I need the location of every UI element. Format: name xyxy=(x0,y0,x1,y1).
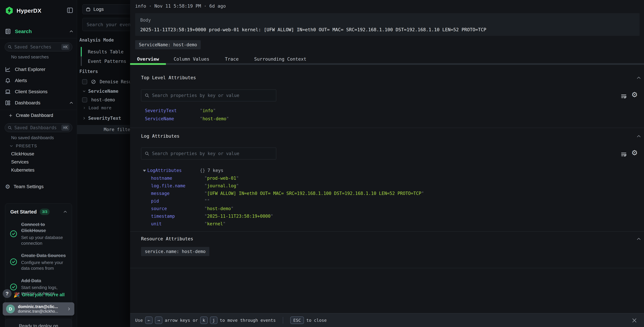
saved-dashboards-input[interactable] xyxy=(14,125,59,130)
attribute-key[interactable]: unit xyxy=(151,221,204,226)
attribute-value[interactable]: kernel xyxy=(204,221,226,226)
event-search-input[interactable] xyxy=(87,22,134,27)
attribute-row[interactable]: message [UFW ALLOW] IN=eth0 OUT= MAC= SR… xyxy=(151,191,639,196)
log-attrs-search-input[interactable] xyxy=(152,151,273,156)
kbd-esc: ESC xyxy=(290,316,304,324)
resource-tag-chip[interactable]: service.name: host-demo xyxy=(141,247,209,256)
attribute-row[interactable]: hostname prod-web-01 xyxy=(151,176,639,181)
attribute-key[interactable]: SeverityText xyxy=(145,108,200,113)
chevron-down-icon xyxy=(10,144,13,148)
log-attributes-root-row[interactable]: LogAttributes {} 7 keys xyxy=(143,168,223,173)
get-started-title: Get Started xyxy=(10,209,37,215)
denoise-results-filter[interactable]: Denoise Resul xyxy=(82,77,134,86)
attribute-value[interactable]: journal.log xyxy=(204,183,239,188)
source-selector-button[interactable]: Logs xyxy=(82,4,138,14)
tab-column-values[interactable]: Column Values xyxy=(166,56,217,63)
attribute-row[interactable]: ServiceName host-demo xyxy=(145,116,229,121)
filter-group-severitytext[interactable]: SeverityText xyxy=(82,116,121,121)
attribute-key[interactable]: hostname xyxy=(151,176,204,181)
log-attrs-search-box[interactable] xyxy=(141,148,276,160)
step-desc: Set up your database connection xyxy=(21,235,68,246)
chevron-up-icon[interactable] xyxy=(69,101,74,105)
collapse-sidebar-icon[interactable] xyxy=(66,7,74,14)
load-more-button[interactable]: Load more xyxy=(83,106,111,110)
help-button[interactable]: ? xyxy=(3,289,12,298)
attribute-key[interactable]: timestamp xyxy=(151,214,204,219)
sidebar-item-preset-kubernetes[interactable]: Kubernetes xyxy=(11,168,34,173)
user-email: dominic.tran@clickho... xyxy=(18,309,58,314)
footer-text: Use xyxy=(135,318,143,323)
presets-group-header[interactable]: PRESETS xyxy=(10,144,37,148)
mode-event-patterns[interactable]: Event Patterns xyxy=(81,56,126,66)
gear-icon[interactable]: ⚙ xyxy=(631,149,638,156)
attribute-value[interactable]: host-demo xyxy=(204,206,234,211)
collapse-section-icon[interactable] xyxy=(636,236,641,242)
servicename-tag-chip[interactable]: ServiceName: host-demo xyxy=(135,40,201,49)
mode-results-table[interactable]: Results Table xyxy=(81,47,124,56)
sidebar-item-client-sessions[interactable]: Client Sessions xyxy=(5,87,74,96)
sidebar-item-alerts[interactable]: Alerts xyxy=(5,76,74,86)
top-attrs-search-box[interactable] xyxy=(141,90,276,101)
attribute-row[interactable]: timestamp 2025-11-11T23:58:19+0000 xyxy=(151,214,639,219)
sidebar-item-preset-clickhouse[interactable]: ClickHouse xyxy=(11,151,34,156)
saved-searches-input[interactable] xyxy=(14,44,59,50)
divider xyxy=(0,110,77,110)
user-account-button[interactable]: D dominic.tran@clic... dominic.tran@clic… xyxy=(3,302,74,316)
event-search-box[interactable] xyxy=(82,18,138,31)
more-filters-button[interactable]: More filte xyxy=(77,125,130,134)
attribute-row[interactable]: pid xyxy=(151,198,639,204)
attribute-key[interactable]: log.file.name xyxy=(151,183,204,188)
kbd-k: k xyxy=(200,316,208,324)
create-dashboard-button[interactable]: Create Dashboard xyxy=(8,113,53,118)
log-attributes-title: Log Attributes xyxy=(141,134,180,139)
saved-dashboards-search[interactable]: ⌘K xyxy=(5,123,72,132)
get-started-step-connect[interactable]: Connect to ClickHouse Set up your databa… xyxy=(5,222,72,246)
sidebar-item-search[interactable]: Search xyxy=(5,27,74,36)
collapse-section-icon[interactable] xyxy=(636,134,641,139)
sidebar-item-preset-services[interactable]: Services xyxy=(11,160,29,165)
attribute-row[interactable]: log.file.name journal.log xyxy=(151,183,639,188)
attribute-row[interactable]: unit kernel xyxy=(151,221,639,226)
attribute-value[interactable]: [UFW ALLOW] IN=eth0 OUT= MAC= SRC=192.16… xyxy=(204,191,424,196)
sidebar-item-chart-explorer[interactable]: Chart Explorer xyxy=(5,64,74,74)
gear-icon[interactable]: ⚙ xyxy=(631,91,638,98)
attribute-value[interactable]: host-demo xyxy=(200,116,229,121)
attribute-key[interactable]: source xyxy=(151,206,204,211)
analysis-mode-label: Analysis Mode xyxy=(80,38,114,42)
tree-expand-icon[interactable] xyxy=(143,170,146,172)
app-logo[interactable]: HyperDX xyxy=(5,6,42,15)
top-attrs-search-input[interactable] xyxy=(152,93,273,98)
denoise-checkbox[interactable] xyxy=(82,79,87,84)
filter-value-host-demo[interactable]: host-demo xyxy=(82,97,115,102)
filter-group-servicename[interactable]: ServiceName xyxy=(82,88,118,94)
attribute-row[interactable]: source host-demo xyxy=(151,206,639,211)
footer-separator xyxy=(283,317,283,324)
attribute-key[interactable]: ServiceName xyxy=(145,116,200,121)
close-icon[interactable] xyxy=(632,318,637,323)
tab-surrounding-context[interactable]: Surrounding Context xyxy=(246,56,314,63)
chevron-up-icon[interactable] xyxy=(69,29,74,34)
footer-text: arrow keys or xyxy=(165,318,198,323)
body-text[interactable]: 2025-11-11T23:58:19+0000 prod-web-01 ker… xyxy=(140,27,636,32)
chevron-up-icon[interactable] xyxy=(63,210,68,214)
attribute-key[interactable]: pid xyxy=(151,198,204,204)
collapse-section-icon[interactable] xyxy=(636,75,641,80)
tab-trace[interactable]: Trace xyxy=(217,56,246,63)
sidebar-item-dashboards[interactable]: Dashboards xyxy=(5,98,74,108)
attribute-key[interactable]: LogAttributes xyxy=(147,168,200,173)
attribute-value[interactable]: info xyxy=(200,108,216,113)
tab-overview[interactable]: Overview xyxy=(130,56,166,63)
toast-text: Great job! You're all xyxy=(22,292,64,298)
attribute-row[interactable]: SeverityText info xyxy=(145,108,216,113)
attribute-value[interactable]: 2025-11-11T23:58:19+0000 xyxy=(204,214,273,219)
wrap-lines-icon[interactable] xyxy=(620,93,627,100)
attribute-value[interactable] xyxy=(204,198,210,204)
get-started-step-sources[interactable]: Create Data Sources Configure where your… xyxy=(5,252,72,271)
sidebar-item-team-settings[interactable]: ⚙ Team Settings xyxy=(5,184,44,190)
saved-searches-search[interactable]: ⌘K xyxy=(5,42,72,51)
event-detail-panel: info · Nov 11 5:58:19 PM · 6d ago Body 2… xyxy=(130,0,644,327)
wrap-lines-icon[interactable] xyxy=(620,151,627,158)
attribute-key[interactable]: message xyxy=(151,191,204,196)
attribute-value[interactable]: prod-web-01 xyxy=(204,176,239,181)
host-demo-checkbox[interactable] xyxy=(82,97,87,102)
